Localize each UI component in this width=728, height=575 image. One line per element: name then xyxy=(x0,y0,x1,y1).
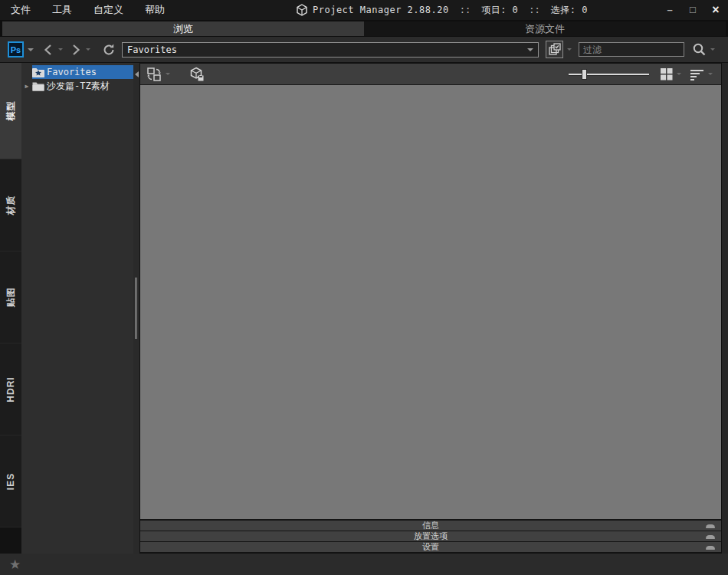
tree-item-label: 沙发篇-TZ素材 xyxy=(47,80,110,93)
titlebar: 文件 工具 自定义 帮助 Project Manager 2.88.20 :: … xyxy=(0,0,728,20)
forward-button[interactable] xyxy=(70,44,82,56)
tab-textures[interactable]: 贴图 xyxy=(0,251,21,343)
category-filter-caret-icon[interactable] xyxy=(567,48,572,51)
photoshop-button[interactable]: Ps xyxy=(8,41,24,58)
sort-options-caret-icon[interactable] xyxy=(708,73,713,75)
tree-item-favorites[interactable]: Favorites xyxy=(21,65,133,79)
tab-ies[interactable]: IES xyxy=(0,435,21,527)
project-count: 项目: 0 xyxy=(481,4,518,17)
tab-hdri[interactable]: HDRI xyxy=(0,343,21,435)
menu-file[interactable]: 文件 xyxy=(11,3,31,17)
rollout-settings-label: 设置 xyxy=(422,542,439,552)
refresh-button[interactable] xyxy=(102,43,116,57)
tab-hdri-label: HDRI xyxy=(5,376,16,402)
right-gutter xyxy=(722,63,728,554)
tab-ies-label: IES xyxy=(5,472,16,489)
sort-button[interactable] xyxy=(690,68,704,80)
category-filter-button[interactable] xyxy=(546,41,563,58)
favorites-star-icon[interactable]: ★ xyxy=(9,558,21,571)
rollout-collapse-icon[interactable] xyxy=(706,535,715,539)
relink-options-caret-icon[interactable] xyxy=(166,73,170,75)
page-tabs: 浏览 资源文件 xyxy=(0,20,728,37)
rollout-collapse-icon[interactable] xyxy=(706,524,715,528)
rollout-settings[interactable]: 设置 xyxy=(140,542,721,552)
menubar: 文件 工具 自定义 帮助 xyxy=(0,3,165,17)
photoshop-dropdown-caret-icon[interactable] xyxy=(28,48,34,51)
tab-materials[interactable]: 材质 xyxy=(0,159,21,251)
tab-models-label: 模型 xyxy=(5,101,18,121)
back-history-caret-icon[interactable] xyxy=(58,48,63,51)
view-mode-button[interactable] xyxy=(660,67,673,80)
splitter-grip[interactable] xyxy=(136,278,137,339)
view-mode-caret-icon[interactable] xyxy=(677,73,681,75)
content-toolbar xyxy=(140,64,721,85)
folder-icon xyxy=(32,81,44,91)
slider-track[interactable] xyxy=(569,74,649,76)
menu-tools[interactable]: 工具 xyxy=(52,3,72,17)
rollout-info[interactable]: 信息 xyxy=(140,521,721,531)
rollout-placement-options[interactable]: 放置选项 xyxy=(140,531,721,541)
relink-assets-button[interactable] xyxy=(146,67,162,82)
collapse-panel-arrow-icon[interactable] xyxy=(133,69,139,80)
tab-models[interactable]: 模型 xyxy=(0,63,21,159)
tab-textures-label: 贴图 xyxy=(5,288,18,307)
tree-item-sofa-folder[interactable]: ▶ 沙发篇-TZ素材 xyxy=(21,79,133,93)
sort-lines-icon xyxy=(690,68,704,80)
back-button[interactable] xyxy=(42,44,54,56)
filter-input[interactable] xyxy=(579,42,684,57)
menu-help[interactable]: 帮助 xyxy=(145,3,165,17)
main-area: 模型 材质 贴图 HDRI IES xyxy=(0,63,728,554)
statusbar: ★ xyxy=(0,554,728,575)
search-button[interactable] xyxy=(692,42,707,57)
tab-materials-label: 材质 xyxy=(5,196,18,215)
search-icon xyxy=(692,42,707,57)
category-tabs: 模型 材质 贴图 HDRI IES xyxy=(0,63,21,554)
window-title-block: Project Manager 2.88.20 :: 项目: 0 :: 选择: … xyxy=(296,0,588,20)
favorites-folder-icon xyxy=(32,67,44,77)
tree-item-label: Favorites xyxy=(47,67,97,77)
app-logo-cube-icon xyxy=(296,4,308,16)
asset-browser-canvas[interactable] xyxy=(140,85,721,519)
splitter-grip[interactable] xyxy=(135,278,136,339)
grid-view-icon xyxy=(660,67,673,80)
title-separator: :: xyxy=(460,5,471,15)
selection-count: 选择: 0 xyxy=(551,4,588,17)
close-icon[interactable]: × xyxy=(710,4,722,16)
content-panel: 信息 放置选项 设置 xyxy=(139,63,722,554)
category-tabs-filler xyxy=(0,527,21,554)
forward-history-caret-icon[interactable] xyxy=(86,48,90,51)
save-model-button[interactable] xyxy=(189,67,205,82)
menu-customize[interactable]: 自定义 xyxy=(93,3,123,17)
tab-browse[interactable]: 浏览 xyxy=(2,21,364,36)
expander-triangle-icon[interactable]: ▶ xyxy=(21,83,32,90)
rollout-placement-label: 放置选项 xyxy=(414,531,448,541)
rollout-collapse-icon[interactable] xyxy=(706,546,715,550)
folder-tree: Favorites ▶ 沙发篇-TZ素材 xyxy=(21,63,133,554)
cube-save-icon xyxy=(189,67,205,82)
address-combobox[interactable]: Favorites xyxy=(122,42,539,58)
title-separator: :: xyxy=(529,5,539,15)
sync-squares-icon xyxy=(146,67,162,82)
window-controls: – □ × xyxy=(664,0,722,20)
layers-check-icon xyxy=(548,43,562,57)
navigation-toolbar: Ps Favorites xyxy=(0,37,728,63)
rollout-info-label: 信息 xyxy=(422,521,439,531)
maximize-icon[interactable]: □ xyxy=(687,4,699,16)
project-manager-window: 文件 工具 自定义 帮助 Project Manager 2.88.20 :: … xyxy=(0,0,728,575)
thumbnail-size-slider[interactable] xyxy=(569,69,649,80)
minimize-icon[interactable]: – xyxy=(664,4,676,16)
address-dropdown-caret-icon[interactable] xyxy=(527,48,533,51)
panel-splitter[interactable] xyxy=(133,63,139,554)
tab-asset-files[interactable]: 资源文件 xyxy=(364,21,726,36)
search-options-caret-icon[interactable] xyxy=(710,48,715,51)
window-title: Project Manager 2.88.20 xyxy=(313,5,449,15)
address-value: Favorites xyxy=(123,44,527,55)
slider-thumb[interactable] xyxy=(582,69,587,80)
rollout-panels: 信息 放置选项 设置 xyxy=(140,519,721,553)
